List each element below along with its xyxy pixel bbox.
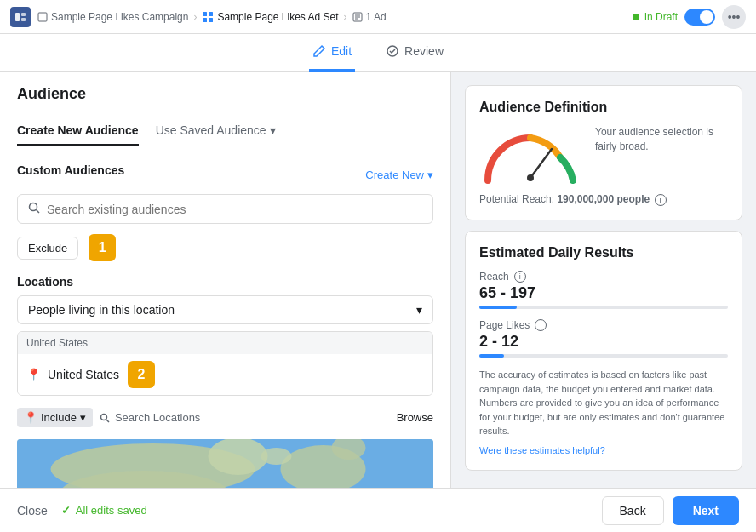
audience-definition-title: Audience Definition [479,100,728,115]
svg-line-14 [37,210,40,214]
more-options-button[interactable]: ••• [722,5,746,29]
search-input[interactable] [47,203,422,216]
map-area: 📍 [17,439,433,488]
custom-audiences-header: Custom Audiences Create New ▾ [17,163,433,186]
status-toggle[interactable] [684,9,715,26]
svg-rect-6 [203,18,207,22]
svg-rect-2 [21,18,26,21]
top-nav: Sample Page Likes Campaign › Sample Page… [0,0,756,34]
svg-point-13 [30,203,37,211]
audience-tabs: Create New Audience Use Saved Audience ▾ [17,117,433,146]
breadcrumb: Sample Page Likes Campaign › Sample Page… [37,11,387,23]
tab-use-saved-audience[interactable]: Use Saved Audience ▾ [156,117,276,146]
right-panel: Audience Definition S [451,72,756,488]
location-country-header: United States [18,332,432,354]
daily-results-title: Estimated Daily Results [479,245,728,260]
location-pin-icon: 📍 [26,368,41,381]
check-icon: ✓ [61,504,71,517]
disclaimer-text: The accuracy of estimates is based on fa… [479,368,728,438]
include-chevron-icon: ▾ [80,411,86,424]
edit-icon [312,44,326,58]
reach-info-icon[interactable]: i [655,194,667,206]
location-type-dropdown[interactable]: People living in this location ▾ [17,295,433,324]
draft-dot [633,14,639,20]
tab-create-new-audience[interactable]: Create New Audience [17,117,139,146]
nav-buttons: Back Next [602,496,739,525]
page-likes-range: 2 - 12 [479,333,728,351]
search-locations-input[interactable]: Search Locations [100,411,390,424]
search-icon [28,202,40,216]
svg-rect-5 [209,12,213,16]
daily-results-card: Estimated Daily Results Reach i 65 - 197… [465,231,742,471]
svg-point-20 [209,439,268,475]
svg-rect-4 [203,12,207,16]
page-likes-result: Page Likes i 2 - 12 [479,319,728,358]
svg-point-23 [261,448,292,465]
svg-point-27 [527,174,534,181]
back-button[interactable]: Back [602,496,664,525]
custom-audiences-label: Custom Audiences [17,163,124,177]
helpful-link[interactable]: Were these estimates helpful? [479,445,605,455]
include-bar: 📍 Include ▾ Search Locations Browse [17,403,433,432]
page-title: Audience [17,85,433,103]
adset-breadcrumb[interactable]: Sample Page Likes Ad Set [202,11,338,23]
next-button[interactable]: Next [673,496,739,525]
potential-reach: Potential Reach: 190,000,000 people i [479,193,728,206]
gauge-visual: Specific Broad [479,125,581,185]
reach-bar-fill [479,306,517,309]
main-content: Audience Create New Audience Use Saved A… [0,72,756,488]
svg-point-15 [100,414,106,420]
audience-definition-card: Audience Definition S [465,85,742,220]
reach-result-info-icon[interactable]: i [514,271,526,283]
reach-bar-track [479,306,728,309]
tab-edit[interactable]: Edit [309,34,355,72]
exclude-button[interactable]: Exclude [17,237,78,260]
page-likes-info-icon[interactable]: i [535,319,547,331]
tab-review[interactable]: Review [382,34,447,72]
svg-rect-7 [209,18,213,22]
svg-rect-1 [21,13,26,16]
locations-label: Locations [17,275,433,289]
campaign-breadcrumb[interactable]: Sample Page Likes Campaign [37,11,188,23]
gauge-description: Your audience selection is fairly broad. [595,125,728,154]
location-item: 📍 United States 2 [18,354,432,395]
dropdown-chevron-icon: ▾ [270,123,276,137]
page-likes-bar-fill [479,354,504,358]
location-dropdown-chevron-icon: ▾ [416,303,422,317]
step-2-badge: 2 [128,361,155,388]
svg-line-26 [530,149,552,178]
svg-rect-0 [15,13,20,21]
close-button[interactable]: Close [17,504,48,518]
custom-audiences-search[interactable] [17,194,433,224]
create-new-link[interactable]: Create New ▾ [365,169,433,181]
saved-status: ✓ All edits saved [61,504,147,517]
location-list: United States 📍 United States 2 [17,331,433,396]
bottom-bar: Close ✓ All edits saved Back Next [0,488,756,532]
include-dropdown[interactable]: 📍 Include ▾ [17,408,93,427]
browse-link[interactable]: Browse [397,411,433,424]
map-svg: 📍 [17,439,433,488]
left-panel: Audience Create New Audience Use Saved A… [0,72,451,488]
tab-bar: Edit Review [0,34,756,72]
step-1-badge: 1 [89,234,116,261]
page-likes-label: Page Likes i [479,319,728,331]
include-pin-icon: 📍 [24,411,37,424]
create-new-chevron-icon: ▾ [427,169,433,181]
draft-status: In Draft [633,11,678,23]
reach-label: Reach i [479,271,728,283]
review-icon [386,44,399,58]
search-locations-icon [100,413,110,423]
reach-range: 65 - 197 [479,284,728,302]
gauge-section: Specific Broad Your audience selection i… [479,125,728,185]
svg-rect-3 [38,13,47,21]
sidebar-toggle[interactable] [10,7,31,27]
svg-line-16 [106,420,109,422]
page-likes-bar-track [479,354,728,358]
reach-result: Reach i 65 - 197 [479,271,728,309]
ad-breadcrumb[interactable]: 1 Ad [352,11,387,23]
